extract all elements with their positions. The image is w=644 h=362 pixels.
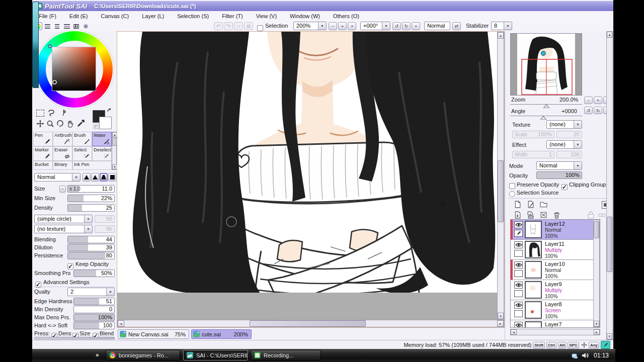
color-marker[interactable] (52, 80, 57, 84)
rect-select-tool[interactable] (36, 110, 44, 117)
size-slider[interactable]: x 1.0 11.0 (67, 185, 115, 193)
flip-horizontal-button[interactable]: ⇄ (452, 22, 461, 30)
nav-rotate-ccw-button[interactable]: ↺ (584, 107, 593, 114)
taskbar-clock[interactable]: 01:13 (594, 352, 609, 359)
layer-visibility-toggle[interactable] (514, 282, 523, 289)
dilution-slider[interactable]: 39 (67, 244, 115, 251)
persistence-slider[interactable]: 80 (67, 252, 115, 259)
right-panel-scrollbar[interactable]: ▲ ▼ (606, 31, 613, 340)
vscroll-thumb[interactable] (498, 160, 504, 222)
max-dens-prs-slider[interactable]: 100% (73, 314, 115, 321)
menu-selection[interactable]: Selection (S) (171, 11, 215, 21)
swap-colors-icon[interactable] (107, 108, 113, 114)
deselect-button[interactable]: ▨ (244, 22, 253, 30)
chevron-down-icon[interactable]: ▼ (318, 22, 326, 30)
scroll-left-icon[interactable]: ◄ (118, 320, 124, 327)
chevron-down-icon[interactable]: ▼ (382, 22, 390, 30)
menu-filter[interactable]: Filter (T) (215, 11, 250, 21)
brush-brush[interactable]: Brush (72, 132, 92, 146)
keep-opacity-checkbox[interactable]: ✓ (67, 260, 73, 269)
select-all-button[interactable]: ▱ (234, 22, 243, 30)
move-tool[interactable] (36, 120, 44, 128)
layer-paint-mode-toggle[interactable] (514, 290, 523, 297)
layer-paint-mode-toggle[interactable] (514, 310, 523, 317)
view-mode-box[interactable]: Normal (424, 22, 450, 30)
canvas-drawing-area[interactable] (117, 32, 497, 293)
layer-row-layer9[interactable]: Layer9 Multiply 100% (511, 280, 600, 300)
angle-reset-button[interactable]: ▪ (412, 22, 420, 30)
swatches-panel-toggle[interactable] (72, 22, 80, 30)
taskbar-item-bonniegames[interactable]: bonniegames - Ro... (106, 350, 180, 360)
scroll-up-icon[interactable]: ▲ (498, 32, 504, 39)
panel-resize-handle[interactable] (34, 337, 115, 339)
rotate-ccw-button[interactable]: ↺ (392, 22, 401, 30)
hard-soft-slider[interactable]: 100 (73, 322, 115, 329)
scroll-down-icon[interactable]: ▼ (594, 321, 599, 327)
scratchpad-panel-toggle[interactable] (82, 22, 90, 30)
brush-grid-scrollbar[interactable]: ▲ ▼ (112, 132, 117, 170)
zoom-reset-button[interactable]: ▪ (348, 22, 356, 30)
delete-layer-icon[interactable] (552, 211, 561, 219)
density-slider[interactable]: 25 (67, 204, 115, 212)
brush-blend-mode-dropdown[interactable]: Normal▼ (34, 173, 80, 182)
vscroll-thumb[interactable] (594, 221, 599, 238)
zoom-out-button[interactable]: − (329, 22, 337, 30)
hue-marker[interactable] (48, 44, 52, 48)
angle-dropdown[interactable]: +000°▼ (360, 22, 390, 30)
menu-edit[interactable]: Edit (E) (63, 11, 95, 21)
rotate-view-tool[interactable] (56, 120, 64, 128)
clipping-group-checkbox[interactable]: ✓ (561, 181, 568, 190)
swatch-mini-button[interactable]: ◩ (93, 124, 99, 129)
layer-list-vscrollbar[interactable]: ▼ (593, 220, 600, 327)
brush-water[interactable]: Water (92, 132, 112, 146)
nav-zoom-in-button[interactable]: ＋ (594, 97, 602, 104)
hsv-slider-panel-toggle[interactable] (53, 22, 61, 30)
lasso-tool[interactable] (47, 109, 55, 117)
brush-inkpen[interactable]: Ink Pen (72, 161, 112, 170)
layer-visibility-toggle[interactable] (514, 241, 523, 248)
new-layer-icon[interactable] (513, 200, 522, 209)
brush-bucket[interactable]: Bucket (33, 161, 53, 170)
scroll-down-icon[interactable]: ▼ (607, 333, 612, 339)
min-size-slider[interactable]: 22% (67, 195, 115, 202)
chevron-down-icon[interactable]: ▼ (574, 162, 582, 169)
saturation-square[interactable] (52, 47, 96, 90)
scroll-left-icon[interactable]: ◄ (511, 329, 517, 335)
rotate-cw-button[interactable]: ↻ (402, 22, 411, 30)
title-bar[interactable]: PaintTool SAI C:\Users\SERIR\Downloads\c… (32, 1, 613, 11)
layer-visibility-toggle[interactable] (514, 322, 523, 328)
tray-network-icon[interactable] (572, 352, 578, 359)
new-linework-layer-icon[interactable] (526, 200, 535, 209)
zoom-tool[interactable] (46, 120, 54, 128)
brush-binary[interactable]: Binary (53, 161, 72, 170)
rgb-slider-panel-toggle[interactable] (43, 22, 52, 30)
hand-tool[interactable] (66, 120, 74, 128)
new-folder-icon[interactable] (539, 200, 548, 209)
tab-cute-sai[interactable]: cute.sai200% (191, 329, 252, 339)
chevron-down-icon[interactable]: ▼ (504, 22, 512, 30)
brush-shape-square-button[interactable] (108, 173, 116, 182)
brush-shape-spike-button[interactable] (83, 173, 91, 182)
size-unit-button[interactable]: ▫ (59, 186, 66, 193)
layer-effect-dropdown[interactable]: (none)▼ (546, 140, 582, 149)
magic-wand-tool[interactable] (58, 109, 66, 117)
layer-visibility-toggle[interactable] (514, 302, 523, 309)
layer-row-layer7[interactable]: Layer7 Multiply (511, 320, 600, 328)
layer-list-hscrollbar[interactable]: ◄ ► (510, 329, 600, 335)
layer-paint-mode-toggle[interactable] (514, 250, 523, 257)
brush-shape-trapezoid-button[interactable] (100, 173, 108, 182)
scroll-right-icon[interactable]: ► (594, 329, 600, 335)
layer-texture-dropdown[interactable]: (none)▼ (546, 120, 582, 129)
scroll-down-icon[interactable]: ▼ (498, 313, 504, 319)
navigator-preview[interactable] (510, 33, 582, 96)
layer-visibility-toggle[interactable] (514, 261, 523, 268)
eyedropper-tool[interactable] (76, 120, 85, 128)
merge-down-icon[interactable] (526, 211, 535, 219)
brush-texture-dropdown[interactable]: (no texture)▼ (34, 225, 93, 233)
zoom-slider-marker[interactable] (543, 105, 549, 108)
min-density-slider[interactable]: 0 (73, 306, 115, 313)
menu-view[interactable]: View (V) (250, 11, 283, 21)
scroll-right-icon[interactable]: ► (497, 320, 504, 327)
brush-eraser[interactable]: Eraser (53, 146, 72, 161)
stabilizer-dropdown[interactable]: 8▼ (491, 22, 512, 30)
